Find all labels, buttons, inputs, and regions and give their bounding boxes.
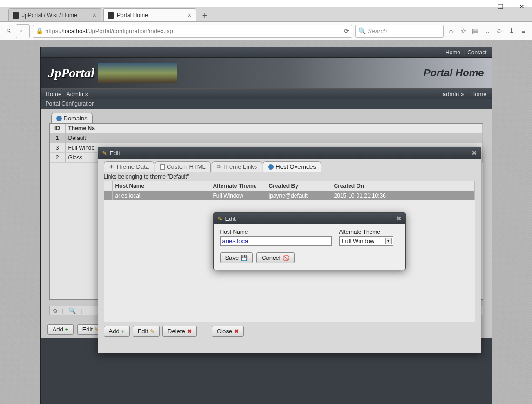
menu-home[interactable]: Home xyxy=(46,91,62,98)
browser-window: — ☐ ✕ JpPortal / Wiki / Home × Portal Ho… xyxy=(0,0,532,404)
tab-close-icon[interactable]: × xyxy=(92,12,97,19)
cell-alt: Full Window xyxy=(210,191,266,200)
url-scheme: https:// xyxy=(45,27,63,34)
alt-theme-field: Alternate Theme Full Window ▾ xyxy=(339,229,393,246)
btn-label: Edit xyxy=(138,328,148,335)
globe-icon xyxy=(56,116,62,121)
cancel-button[interactable]: Cancel 🚫 xyxy=(256,252,294,263)
dialog-body: Host Name Alternate Theme Full Window ▾ xyxy=(214,224,405,270)
grid-header: Host Name Alternate Theme Created By Cre… xyxy=(104,181,475,191)
dialog-actions: Add + Edit ✎ Delete ✖ Close ✖ xyxy=(98,322,481,341)
browser-tabstrip: JpPortal / Wiki / Home × Portal Home × + xyxy=(0,7,532,22)
reload-icon[interactable]: ⟳ xyxy=(344,27,349,34)
tab-theme-data[interactable]: ✶ Theme Data xyxy=(104,161,155,172)
dialog-caption: Links belonging to theme "Default" xyxy=(98,172,481,181)
menu-icon[interactable]: ≡ xyxy=(519,26,528,36)
window-close-button[interactable]: ✕ xyxy=(511,0,532,13)
shield-icon[interactable]: S xyxy=(4,26,13,36)
x-icon: ✖ xyxy=(234,328,239,335)
separator: | xyxy=(62,307,64,314)
url-host: localhost xyxy=(63,27,87,34)
browser-toolbar: S ← 🔒 https:// localhost /JpPortal/confi… xyxy=(0,22,532,40)
favicon-icon xyxy=(108,12,114,19)
home-icon[interactable]: ⌂ xyxy=(446,26,456,36)
tab-wiki[interactable]: JpPortal / Wiki / Home × xyxy=(8,8,101,21)
alt-theme-select[interactable]: Full Window ▾ xyxy=(339,236,393,246)
tab-host-overrides[interactable]: Host Overrides xyxy=(263,161,321,172)
back-button[interactable]: ← xyxy=(16,24,30,38)
col-name[interactable]: Theme Na xyxy=(66,124,483,133)
table-row[interactable]: 1 Default xyxy=(50,133,483,143)
tab-custom-html[interactable]: Custom HTML xyxy=(155,161,211,172)
disk-icon: 💾 xyxy=(241,255,248,261)
menu-user[interactable]: admin » xyxy=(443,91,464,98)
cell-host: aries.local xyxy=(113,191,210,200)
tab-close-icon[interactable]: × xyxy=(187,12,192,19)
dialog-titlebar[interactable]: ✎ Edit ✖ xyxy=(214,213,405,224)
alt-theme-label: Alternate Theme xyxy=(339,229,393,235)
smile-icon[interactable]: ☺ xyxy=(495,26,504,36)
host-name-label: Host Name xyxy=(220,229,332,235)
topnav-home[interactable]: Home xyxy=(445,49,460,56)
minimize-button[interactable]: — xyxy=(469,0,490,13)
menu-rhome[interactable]: Home xyxy=(471,91,487,98)
col-id[interactable]: ID xyxy=(50,124,66,133)
edit-button[interactable]: Edit ✎ xyxy=(133,326,160,337)
select-value: Full Window xyxy=(342,238,375,245)
gear-icon[interactable]: ✿ xyxy=(53,307,58,314)
grid-header: ID Theme Na xyxy=(50,124,483,133)
col-on[interactable]: Created On xyxy=(331,181,475,191)
dialog-titlebar[interactable]: ✎ Edit ✖ xyxy=(98,147,481,159)
close-button[interactable]: Close ✖ xyxy=(212,326,244,337)
pencil-icon: ✎ xyxy=(150,328,155,335)
magnifier-icon[interactable]: 🔍 xyxy=(68,307,76,314)
maximize-button[interactable]: ☐ xyxy=(490,0,511,13)
btn-label: Add xyxy=(109,328,120,335)
cell-name: Default xyxy=(66,133,483,143)
search-placeholder: Search xyxy=(368,27,387,34)
host-name-input[interactable] xyxy=(220,236,332,246)
topnav-contact[interactable]: Contact xyxy=(467,49,486,56)
pocket-icon[interactable]: ⌵ xyxy=(483,26,492,36)
clipboard-icon[interactable]: ▤ xyxy=(471,26,480,36)
table-row[interactable]: aries.local Full Window jpayne@default 2… xyxy=(104,191,475,200)
tab-label: Domains xyxy=(64,115,88,122)
search-icon: 🔍 xyxy=(358,27,366,34)
globe-icon xyxy=(268,164,274,170)
download-icon[interactable]: ⬇ xyxy=(507,26,516,36)
btn-label: Delete xyxy=(168,328,185,335)
new-tab-button[interactable]: + xyxy=(199,10,210,21)
save-button[interactable]: Save 💾 xyxy=(220,252,253,263)
titlebar xyxy=(0,0,532,7)
add-button[interactable]: Add + xyxy=(47,324,74,335)
bookmark-icon[interactable]: ☆ xyxy=(458,26,468,36)
add-button[interactable]: Add + xyxy=(104,326,130,337)
dialog-close-icon[interactable]: ✖ xyxy=(396,215,402,222)
cell-id: 2 xyxy=(50,153,66,162)
tab-portal-home[interactable]: Portal Home × xyxy=(103,8,196,21)
tab-domains[interactable]: Domains xyxy=(51,113,93,123)
tab-label: Custom HTML xyxy=(167,163,206,170)
col-by[interactable]: Created By xyxy=(266,181,331,191)
url-bar[interactable]: 🔒 https:// localhost /JpPortal/configura… xyxy=(33,25,352,38)
chevron-down-icon: ▾ xyxy=(385,238,392,244)
window-controls: — ☐ ✕ xyxy=(469,0,532,13)
col-alt[interactable]: Alternate Theme xyxy=(210,181,266,191)
dialog-tabs: ✶ Theme Data Custom HTML ⧉ Theme Links H… xyxy=(98,159,481,172)
delete-button[interactable]: Delete ✖ xyxy=(162,326,197,337)
config-tabs: Domains xyxy=(41,109,492,123)
tab-label: Theme Data xyxy=(116,163,149,170)
btn-label: Add xyxy=(53,326,63,333)
dialog-close-icon[interactable]: ✖ xyxy=(471,149,477,157)
tab-theme-links[interactable]: ⧉ Theme Links xyxy=(212,161,262,172)
menu-admin[interactable]: Admin » xyxy=(66,91,88,98)
page-background: Home | Contact JpPortal Portal Home Home… xyxy=(0,40,532,404)
portal-frame: Home | Contact JpPortal Portal Home Home… xyxy=(40,47,492,404)
cell-on: 2015-10-01 21:10:36 xyxy=(331,191,475,200)
menu-right: admin » Home xyxy=(438,91,487,98)
btn-label: Close xyxy=(217,328,232,335)
url-path: /JpPortal/configuration/index.jsp xyxy=(87,27,173,34)
col-host[interactable]: Host Name xyxy=(113,181,210,191)
search-bar[interactable]: 🔍 Search xyxy=(355,25,444,38)
wand-icon: ✶ xyxy=(109,163,114,170)
